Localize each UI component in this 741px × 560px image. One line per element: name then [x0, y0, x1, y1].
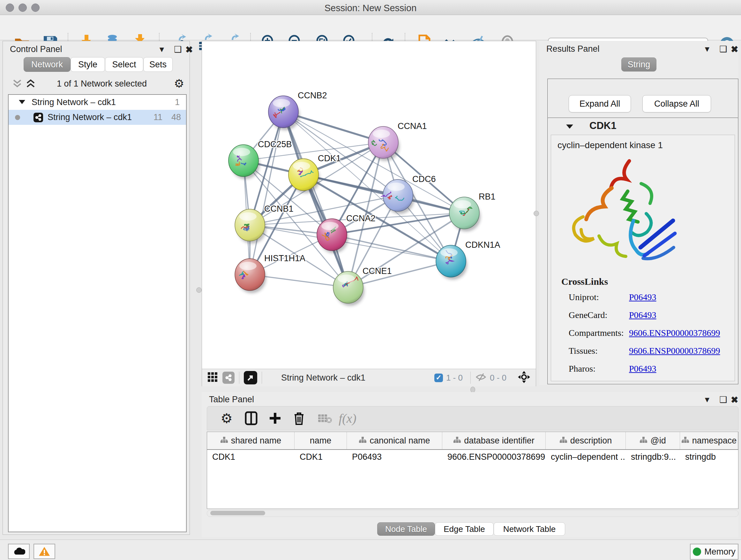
expand-all-icon[interactable] — [25, 78, 36, 90]
table-cell[interactable]: cyclin–dependent ... — [546, 450, 626, 464]
function-builder-icon[interactable]: f(x) — [337, 408, 358, 428]
scrollbar-thumb[interactable] — [210, 511, 265, 515]
selected-checkbox-icon[interactable]: ✓ — [434, 374, 443, 382]
section-collapse-icon[interactable] — [565, 123, 574, 131]
cloud-status-button[interactable] — [8, 544, 30, 559]
open-in-browser-icon[interactable] — [244, 371, 257, 384]
tab-sets[interactable]: Sets — [143, 57, 173, 72]
table-cell[interactable]: stringdb — [680, 450, 738, 464]
warning-status-button[interactable] — [33, 544, 55, 559]
birds-eye-view-icon[interactable] — [517, 370, 531, 385]
column-header-label: @id — [650, 436, 666, 446]
column-header-shared-name[interactable]: shared name — [207, 432, 294, 449]
right-splitter-handle[interactable] — [534, 211, 539, 216]
crosslink-row: Uniprot:P06493 — [569, 292, 728, 302]
memory-status-dot — [693, 548, 701, 556]
footer-separator — [470, 372, 471, 384]
hidden-eye-icon[interactable] — [475, 372, 487, 383]
selected-counts: 1 - 0 — [446, 373, 463, 383]
string-network-badge-icon[interactable] — [222, 372, 234, 384]
show-columns-icon[interactable] — [241, 408, 261, 428]
results-panel: Results Panel ▼ ❑ ✖ String Expand All Co… — [539, 41, 738, 385]
network-node-cdk1[interactable]: CDK1 — [288, 153, 341, 191]
table-panel-float-icon[interactable]: ❑ — [719, 395, 727, 405]
network-node-hist1h1a[interactable]: HIST1H1A — [235, 253, 306, 291]
section-title: CDK1 — [590, 120, 616, 132]
expand-all-button[interactable]: Expand All — [569, 95, 631, 112]
grid-view-icon[interactable] — [207, 372, 218, 384]
network-column-icon — [639, 436, 647, 446]
results-panel-menu-icon[interactable]: ▼ — [703, 45, 711, 54]
control-panel-menu-icon[interactable]: ▼ — [158, 45, 165, 54]
collapse-all-icon[interactable] — [12, 78, 23, 90]
network-node-cdkn1a[interactable]: CDKN1A — [436, 240, 500, 277]
node-label-ccna1: CCNA1 — [398, 121, 427, 131]
network-collection-row[interactable]: String Network – cdk1 1 — [9, 95, 186, 110]
control-panel-close-icon[interactable]: ✖ — [185, 44, 193, 55]
collapse-all-button[interactable]: Collapse All — [643, 95, 711, 112]
column-header-label: database identifier — [464, 436, 535, 446]
table-horizontal-scrollbar[interactable] — [207, 510, 738, 517]
add-column-icon[interactable] — [265, 408, 285, 428]
tab-string[interactable]: String — [621, 57, 657, 71]
network-column-icon — [453, 436, 461, 446]
table-settings-gear-icon[interactable]: ⚙ — [216, 408, 237, 428]
node-label-ccne1: CCNE1 — [362, 266, 392, 276]
collection-label: String Network – cdk1 — [31, 98, 116, 107]
network-column-icon — [559, 436, 567, 446]
crosslink-link[interactable]: P06493 — [629, 292, 657, 302]
table-cell[interactable]: 9606.ENSP00000378699 — [442, 450, 546, 464]
crosslink-link[interactable]: 9606.ENSP00000378699 — [629, 346, 720, 356]
tab-network[interactable]: Network — [23, 57, 71, 72]
control-panel-float-icon[interactable]: ❑ — [174, 44, 182, 55]
results-panel-close-icon[interactable]: ✖ — [731, 44, 738, 55]
table-row[interactable]: CDK1CDK1P064939606.ENSP00000378699cyclin… — [207, 450, 738, 464]
table-panel-close-icon[interactable]: ✖ — [731, 395, 738, 405]
network-view-panel: CCNB2CCNA1CDC25BCDK1CDC6RB1CCNB1CCNA2CDK… — [202, 41, 536, 386]
crosslink-link[interactable]: P06493 — [629, 310, 657, 320]
column-header--id[interactable]: @id — [626, 432, 680, 449]
network-view-title: String Network – cdk1 — [281, 373, 365, 383]
delete-table-icon[interactable] — [315, 408, 335, 428]
crosslink-link[interactable]: P06493 — [629, 364, 657, 374]
table-panel: Table Panel ▼ ❑ ✖ ⚙ f(x) shared namename… — [202, 392, 738, 537]
column-header-label: description — [570, 436, 612, 446]
main-toolbar: ? — [0, 15, 741, 40]
network-node-rb1[interactable]: RB1 — [449, 192, 495, 229]
tab-network-table[interactable]: Network Table — [494, 522, 565, 536]
table-cell[interactable]: CDK1 — [294, 450, 347, 464]
column-header-name[interactable]: name — [294, 432, 347, 449]
tab-edge-table[interactable]: Edge Table — [435, 522, 494, 536]
network-canvas[interactable]: CCNB2CCNA1CDC25BCDK1CDC6RB1CCNB1CCNA2CDK… — [202, 41, 536, 368]
network-edge[interactable] — [250, 112, 283, 274]
crosslink-link[interactable]: 9606.ENSP00000378699 — [629, 328, 720, 338]
tab-select[interactable]: Select — [105, 57, 143, 72]
column-header-canonical-name[interactable]: canonical name — [347, 432, 442, 449]
tab-node-table[interactable]: Node Table — [377, 522, 435, 536]
window-title: Session: New Session — [0, 3, 741, 13]
cloud-icon — [12, 547, 25, 556]
results-panel-float-icon[interactable]: ❑ — [719, 44, 727, 54]
table-cell[interactable]: P06493 — [347, 450, 442, 464]
table-panel-menu-icon[interactable]: ▼ — [703, 395, 711, 404]
left-splitter-handle[interactable] — [196, 287, 202, 293]
crosslink-row: Tissues:9606.ENSP00000378699 — [569, 346, 728, 356]
network-node-cdc6[interactable]: CDC6 — [381, 174, 436, 211]
table-cell[interactable]: stringdb:9... — [626, 450, 680, 464]
status-bar: Memory — [0, 540, 741, 560]
collection-expand-icon[interactable] — [18, 98, 26, 107]
table-cell[interactable]: CDK1 — [207, 450, 294, 464]
column-header-namespace[interactable]: namespace — [680, 432, 738, 449]
node-label-hist1h1a: HIST1H1A — [264, 253, 306, 263]
column-header-database-identifier[interactable]: database identifier — [442, 432, 546, 449]
node-label-rb1: RB1 — [479, 192, 495, 201]
column-header-description[interactable]: description — [546, 432, 626, 449]
memory-button[interactable]: Memory — [690, 544, 738, 560]
table-header-row: shared namenamecanonical namedatabase id… — [207, 432, 738, 450]
node-table[interactable]: shared namenamecanonical namedatabase id… — [207, 432, 738, 509]
network-state-dot — [15, 115, 20, 120]
network-row-selected[interactable]: String Network – cdk1 11 48 — [9, 110, 186, 125]
tab-style[interactable]: Style — [71, 57, 105, 72]
network-options-gear-icon[interactable]: ⚙ — [174, 77, 184, 90]
delete-column-icon[interactable] — [289, 408, 309, 428]
